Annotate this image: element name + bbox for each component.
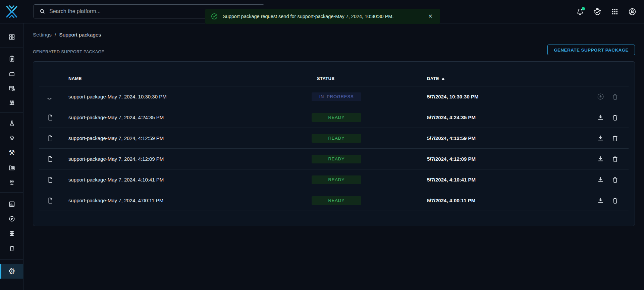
table-row: support-package-May 7, 2024, 4:12:59 PMR…: [39, 128, 629, 149]
row-type-icon-cell: [39, 94, 68, 99]
sidebar-item-binoculars[interactable]: [0, 95, 23, 110]
row-type-icon-cell: [39, 135, 68, 142]
settings-gear-icon: ⚙: [8, 267, 15, 275]
download-package-button[interactable]: [596, 134, 604, 142]
delete-icon: [611, 197, 619, 204]
row-actions: [585, 134, 629, 142]
binoculars-icon: [8, 99, 15, 106]
breadcrumb-settings[interactable]: Settings: [33, 32, 52, 38]
status-cell: READY: [312, 175, 427, 184]
sidebar-item-folder-catalog[interactable]: [0, 160, 23, 175]
delete-package-button[interactable]: [611, 197, 619, 205]
alarm-check-icon: [593, 7, 602, 16]
delete-package-button[interactable]: [611, 114, 619, 122]
sidebar-item-clipboard[interactable]: [0, 51, 23, 66]
sidebar-item-table-schedule[interactable]: [0, 81, 23, 95]
table-row: support-package-May 7, 2024, 4:10:41 PMR…: [39, 169, 629, 190]
trash-icon: [8, 245, 15, 252]
row-type-icon-cell: [39, 155, 68, 163]
sidebar-item-database[interactable]: [0, 226, 23, 241]
column-header-name[interactable]: NAME: [68, 76, 312, 81]
section-header: GENERATED SUPPORT PACKAGE GENERATE SUPPO…: [33, 45, 635, 55]
package-date: 5/7/2024, 4:12:59 PM: [427, 135, 585, 141]
package-date: 5/7/2024, 4:24:35 PM: [427, 115, 585, 120]
support-packages-table-card: NAME STATUS DATE support-package-May 7, …: [33, 61, 635, 226]
package-name: support-package-May 7, 2024, 10:30:30 PM: [68, 94, 312, 99]
notifications-button[interactable]: [576, 7, 584, 16]
camera-stand-icon: [8, 179, 15, 186]
row-actions: [585, 155, 629, 163]
sidebar-item-briefcase[interactable]: [0, 66, 23, 81]
breadcrumb-separator: /: [55, 32, 56, 38]
sidebar-nav: ⚒: [0, 23, 23, 290]
platform-logo[interactable]: [0, 0, 23, 23]
delete-package-button[interactable]: [611, 176, 619, 184]
sidebar-item-tools[interactable]: ⚒: [0, 145, 23, 160]
table-row: support-package-May 7, 2024, 10:30:30 PM…: [39, 86, 629, 107]
row-type-icon-cell: [39, 176, 68, 184]
status-badge: READY: [312, 175, 361, 184]
status-cell: READY: [312, 196, 427, 205]
apps-button[interactable]: [610, 7, 619, 16]
file-icon: [47, 176, 54, 184]
table-header-row: NAME STATUS DATE: [39, 62, 629, 86]
alarms-button[interactable]: [593, 7, 602, 16]
package-date: 5/7/2024, 4:00:11 PM: [427, 198, 585, 203]
sidebar-item-flask[interactable]: [0, 116, 23, 131]
download-pending-icon: [597, 93, 604, 100]
column-header-status[interactable]: STATUS: [312, 76, 427, 81]
notification-dot: [582, 7, 585, 10]
sidebar-item-settings[interactable]: ⚙: [0, 264, 23, 279]
sidebar-item-trash[interactable]: [0, 241, 23, 256]
sidebar-item-layers[interactable]: [0, 131, 23, 145]
generate-support-package-button[interactable]: GENERATE SUPPORT PACKAGE: [547, 45, 635, 55]
status-cell: IN_PROGRESS: [312, 92, 427, 101]
download-package-button[interactable]: [596, 197, 604, 205]
table-row: support-package-May 7, 2024, 4:00:11 PMR…: [39, 190, 629, 211]
delete-package-button[interactable]: [611, 134, 619, 142]
delete-icon: [611, 155, 619, 163]
sidebar-item-bar-chart[interactable]: [0, 197, 23, 211]
row-actions: [585, 197, 629, 205]
file-icon: [47, 114, 54, 121]
package-date: 5/7/2024, 10:30:30 PM: [427, 94, 585, 99]
briefcase-icon: [8, 70, 15, 77]
download-icon: [597, 155, 604, 163]
delete-icon: [611, 135, 619, 142]
folder-catalog-icon: [8, 164, 15, 171]
delete-package-button[interactable]: [611, 155, 619, 163]
logo-x-icon: [4, 4, 19, 19]
main-content: Settings / Support packages GENERATED SU…: [24, 24, 644, 290]
download-icon: [597, 134, 604, 142]
sidebar-item-compass[interactable]: [0, 211, 23, 226]
account-icon: [628, 7, 637, 16]
tools-icon: ⚒: [9, 149, 15, 156]
status-badge: READY: [312, 113, 361, 122]
database-icon: [8, 230, 15, 237]
package-name: support-package-May 7, 2024, 4:00:11 PM: [68, 198, 312, 203]
delete-icon: [611, 93, 619, 100]
toast-close-button[interactable]: ✕: [426, 13, 435, 20]
row-type-icon-cell: [39, 197, 68, 204]
file-icon: [47, 155, 54, 163]
status-badge: READY: [312, 196, 361, 205]
account-button[interactable]: [628, 7, 637, 16]
sidebar-item-camera-stand[interactable]: [0, 175, 23, 190]
download-package-button[interactable]: [596, 114, 604, 122]
table-row: support-package-May 7, 2024, 4:24:35 PMR…: [39, 107, 629, 128]
download-icon: [597, 197, 604, 204]
bar-chart-icon: [8, 201, 15, 208]
status-badge: IN_PROGRESS: [312, 92, 361, 101]
download-package-button-disabled: [596, 93, 604, 101]
status-cell: READY: [312, 155, 427, 163]
download-package-button[interactable]: [596, 155, 604, 163]
status-cell: READY: [312, 134, 427, 143]
header-icon-group: [576, 0, 637, 23]
download-package-button[interactable]: [596, 176, 604, 184]
column-header-date[interactable]: DATE: [427, 76, 585, 81]
delete-package-button-disabled: [611, 93, 619, 101]
search-icon: [39, 8, 46, 15]
row-actions: [585, 93, 629, 101]
layers-icon: [8, 135, 15, 142]
sidebar-item-dashboard[interactable]: [0, 29, 23, 44]
